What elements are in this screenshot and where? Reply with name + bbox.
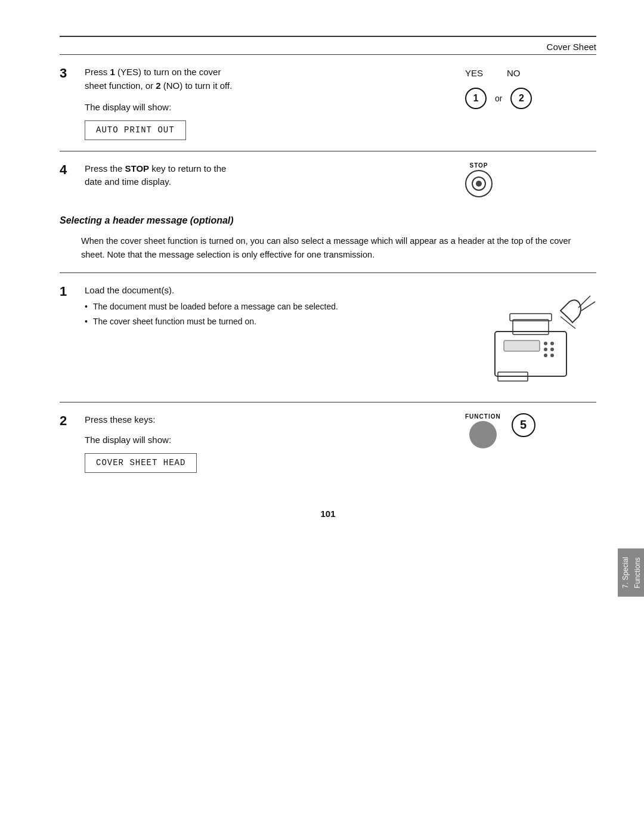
- side-tab-line2: Functions: [633, 557, 643, 588]
- no-label: NO: [507, 68, 521, 78]
- step1-row: 1 Load the document(s). The document mus…: [60, 284, 596, 391]
- step1-content: Load the document(s). The document must …: [85, 284, 465, 332]
- step2-display-box: COVER SHEET HEAD: [85, 453, 197, 473]
- divider-line-step3: [60, 151, 596, 151]
- step3-display-label: The display will show:: [85, 101, 451, 114]
- function-label: FUNCTION: [465, 413, 501, 420]
- step4-bold: STOP: [125, 163, 150, 174]
- circle-btn-1[interactable]: 1: [465, 88, 487, 109]
- section-title: Cover Sheet: [60, 42, 596, 52]
- step2-row: 2 Press these keys: The display will sho…: [60, 413, 596, 473]
- svg-point-5: [550, 342, 554, 345]
- svg-rect-0: [495, 332, 566, 376]
- stop-label: STOP: [469, 162, 488, 169]
- step3-number: 3: [60, 66, 81, 81]
- svg-rect-3: [504, 340, 540, 351]
- page-number: 101: [60, 509, 596, 519]
- step3-bold1: 1: [110, 67, 115, 77]
- svg-point-7: [550, 348, 554, 351]
- step3-aside: YES NO 1 or 2: [465, 66, 596, 109]
- step2-number: 2: [60, 413, 81, 429]
- divider-line-step1: [60, 402, 596, 402]
- step4-number: 4: [60, 162, 81, 178]
- step2-aside-inner: FUNCTION 5: [465, 413, 535, 448]
- stop-circle[interactable]: [465, 170, 493, 197]
- circle-btn-5[interactable]: 5: [512, 413, 535, 437]
- step4-aside: STOP: [465, 162, 596, 197]
- side-tab-line1: 7. Special: [621, 557, 631, 589]
- step2-text: Press these keys:: [85, 413, 451, 427]
- yes-no-row: YES NO: [465, 68, 521, 78]
- section-body: When the cover sheet function is turned …: [81, 234, 596, 262]
- step3-text: Press 1 (YES) to turn on the cover sheet…: [85, 66, 451, 92]
- svg-point-8: [544, 354, 547, 357]
- svg-point-4: [544, 342, 547, 345]
- step4-row: 4 Press the STOP key to return to the da…: [60, 162, 596, 197]
- svg-rect-1: [513, 320, 549, 335]
- svg-point-9: [550, 354, 554, 357]
- step2-content: Press these keys: The display will show:…: [85, 413, 451, 473]
- stop-button-wrap: STOP: [465, 162, 493, 197]
- circle-btn-2[interactable]: 2: [510, 88, 532, 109]
- function-key-wrap: FUNCTION: [465, 413, 501, 448]
- or-row: 1 or 2: [465, 88, 532, 109]
- yes-label: YES: [465, 68, 483, 78]
- fax-illustration: [477, 284, 596, 391]
- top-rule: [60, 36, 596, 37]
- step1-text: Load the document(s).: [85, 284, 465, 298]
- step4-content: Press the STOP key to return to the date…: [85, 162, 451, 191]
- page: Cover Sheet 3 Press 1 (YES) to turn on t…: [0, 0, 644, 833]
- step1-bullet-2: The cover sheet function must be turned …: [85, 315, 465, 328]
- stop-inner-dot: [476, 181, 482, 187]
- step2-aside: FUNCTION 5: [465, 413, 596, 448]
- step2-display-label: The display will show:: [85, 433, 451, 447]
- divider-line-top: [60, 54, 596, 55]
- step1-number: 1: [60, 284, 81, 299]
- divider-line-section: [60, 272, 596, 273]
- svg-point-6: [544, 348, 547, 351]
- or-text: or: [495, 94, 502, 103]
- function-button[interactable]: [469, 421, 497, 448]
- fax-machine-svg: [477, 284, 596, 391]
- step3-content: Press 1 (YES) to turn on the cover sheet…: [85, 66, 451, 140]
- side-tab: 7. Special Functions: [618, 549, 644, 597]
- step3-display-box: AUTO PRINT OUT: [85, 120, 186, 140]
- step4-text: Press the STOP key to return to the date…: [85, 162, 451, 189]
- step1-bullets: The document must be loaded before a mes…: [85, 301, 465, 328]
- step3-bold2: 2: [156, 80, 160, 91]
- step3-row: 3 Press 1 (YES) to turn on the cover she…: [60, 66, 596, 140]
- section-heading: Selecting a header message (optional): [60, 215, 596, 226]
- step1-bullet-1: The document must be loaded before a mes…: [85, 301, 465, 313]
